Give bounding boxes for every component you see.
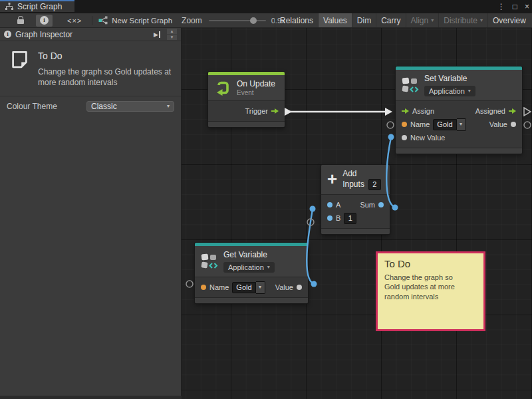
lock-icon	[17, 19, 24, 24]
relations-button[interactable]: Relations	[275, 13, 318, 27]
node-title: On Update	[237, 79, 275, 89]
graph-inspector-title: Graph Inspector	[15, 30, 150, 39]
variables-icon	[402, 77, 419, 94]
dim-button[interactable]: Dim	[352, 13, 376, 27]
port-dot-a[interactable]	[327, 202, 332, 207]
variable-scope-dropdown[interactable]: Application ▾	[223, 262, 275, 273]
sticky-note-title: To Do	[384, 258, 477, 269]
port-dot-name[interactable]	[402, 122, 407, 127]
spin-up-button[interactable]: ▲	[167, 29, 177, 34]
tab-bar: Script Graph ⋮ □ ×	[0, 0, 532, 13]
node-title: Set Variable	[424, 74, 475, 84]
panel-spinner: ▲ ▼	[167, 29, 177, 40]
inspector-toggle-button[interactable]: i	[36, 15, 53, 27]
node-add[interactable]: + Add Inputs 2 A Sum	[321, 165, 390, 234]
colour-theme-label: Colour Theme	[7, 102, 86, 111]
port-label-value: Value	[275, 283, 293, 291]
port-dot-new-value[interactable]	[402, 135, 407, 140]
code-icon: <×>	[67, 17, 82, 25]
info-icon: i	[4, 31, 11, 38]
port-label-name: Name	[209, 283, 229, 291]
csharp-preview-button[interactable]: <×>	[63, 15, 86, 27]
port-label-b: B	[336, 214, 340, 222]
toolbar-separator	[92, 16, 92, 25]
node-on-update[interactable]: On Update Event Trigger	[208, 72, 285, 127]
port-dot-value[interactable]	[511, 122, 516, 127]
graph-toolbar: i <×> New Script Graph Zoom 0.9x Relatio…	[0, 13, 532, 28]
dock-panel-button[interactable]: ▶	[154, 31, 160, 38]
chevron-down-icon: ▾	[167, 104, 170, 109]
variable-name-dropdown[interactable]: Gold ▾	[232, 281, 265, 294]
node-title: Add	[342, 169, 381, 179]
graph-inspector-panel: i Graph Inspector ▶ ▲ ▼ To Do Change the…	[0, 28, 182, 399]
zoom-slider-handle[interactable]	[250, 17, 257, 24]
port-label-assigned: Assigned	[475, 107, 505, 115]
sticky-note[interactable]: To Do Change the graph so Gold updates a…	[376, 251, 485, 331]
port-label-name: Name	[410, 120, 430, 128]
port-label-trigger: Trigger	[245, 107, 268, 115]
graph-asset-label[interactable]: New Script Graph	[98, 16, 172, 25]
port-label-assign: Assign	[412, 107, 434, 115]
inspector-note-summary: To Do Change the graph so Gold updates a…	[0, 41, 181, 96]
carry-button[interactable]: Carry	[376, 13, 405, 27]
tab-script-graph[interactable]: Script Graph	[0, 0, 74, 12]
chevron-down-icon: ▾	[468, 88, 471, 94]
unity-script-graph-window: Script Graph ⋮ □ × i <×> New Script Grap…	[0, 0, 532, 399]
b-value-field[interactable]: 1	[344, 213, 356, 224]
port-dot-b[interactable]	[327, 215, 332, 221]
note-title: To Do	[38, 51, 174, 61]
overview-button[interactable]: Overview	[487, 13, 531, 27]
port-dot-name[interactable]	[201, 285, 206, 290]
note-description: Change the graph so Gold updates at more…	[38, 66, 174, 88]
window-controls: ⋮ □ ×	[497, 0, 529, 13]
values-button[interactable]: Values	[318, 13, 352, 27]
node-title: Get Variable	[223, 250, 275, 260]
add-plus-icon: +	[327, 170, 337, 188]
chevron-down-icon: ▾	[267, 265, 270, 270]
chevron-down-icon: ▾	[431, 18, 434, 23]
chevron-down-icon: ▾	[480, 18, 483, 23]
port-label-value: Value	[489, 120, 507, 128]
info-icon: i	[40, 16, 49, 25]
flow-output-icon[interactable]	[271, 108, 279, 114]
node-set-variable[interactable]: Set Variable Application ▾ Assign Assign…	[396, 66, 522, 154]
flow-input-icon[interactable]	[402, 108, 409, 114]
more-menu-icon[interactable]: ⋮	[497, 0, 505, 13]
spin-down-button[interactable]: ▼	[167, 35, 177, 40]
close-icon[interactable]: ×	[525, 0, 529, 13]
maximize-icon[interactable]: □	[513, 0, 517, 13]
lock-button[interactable]	[13, 15, 28, 27]
port-dot-value[interactable]	[297, 285, 302, 290]
distribute-button[interactable]: Distribute ▾	[438, 13, 487, 27]
port-label-new-value: New Value	[410, 134, 445, 142]
panel-footer-strip	[0, 396, 182, 399]
variable-name-dropdown[interactable]: Gold ▾	[433, 118, 466, 131]
graph-inspector-header: i Graph Inspector ▶ ▲ ▼	[0, 28, 181, 41]
port-dot-sum[interactable]	[378, 202, 384, 207]
colour-theme-dropdown[interactable]: Classic ▾	[86, 101, 174, 112]
graph-asset-icon	[98, 16, 108, 25]
flow-output-icon[interactable]	[509, 108, 516, 114]
port-label-sum: Sum	[360, 201, 375, 209]
script-graph-icon	[5, 3, 13, 11]
variables-icon	[201, 253, 218, 270]
colour-theme-row: Colour Theme Classic ▾	[0, 96, 181, 116]
inputs-count-field[interactable]: 2	[368, 179, 381, 190]
sticky-note-body: Change the graph so Gold updates at more…	[384, 273, 466, 301]
port-label-a: A	[336, 201, 340, 209]
node-get-variable[interactable]: Get Variable Application ▾ Name Gold ▾	[195, 243, 308, 303]
toolbar-right-group: Relations Values Dim Carry Align ▾ Distr…	[275, 13, 532, 27]
node-subtitle: Event	[237, 89, 275, 96]
chevron-down-icon: ▾	[259, 285, 261, 290]
variable-scope-dropdown[interactable]: Application ▾	[424, 86, 475, 96]
align-button[interactable]: Align ▾	[406, 13, 439, 27]
inputs-label: Inputs	[342, 180, 364, 190]
chevron-down-icon: ▾	[460, 122, 462, 127]
sticky-note-icon	[11, 49, 29, 70]
tab-title: Script Graph	[17, 2, 62, 11]
zoom-slider[interactable]	[209, 20, 266, 21]
update-loop-icon	[214, 79, 231, 96]
zoom-label: Zoom	[182, 16, 202, 25]
